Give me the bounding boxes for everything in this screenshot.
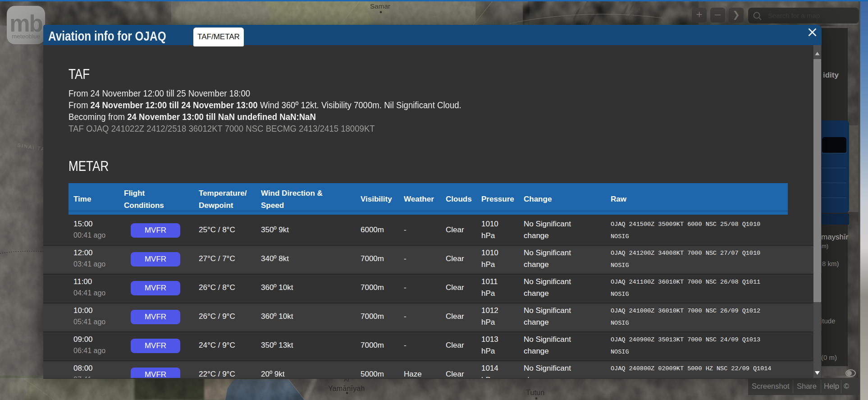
svg-text:Samar: Samar <box>370 2 390 10</box>
svg-text:Tutun: Tutun <box>526 389 544 396</box>
svg-text:Yamānīyah: Yamānīyah <box>328 385 365 392</box>
